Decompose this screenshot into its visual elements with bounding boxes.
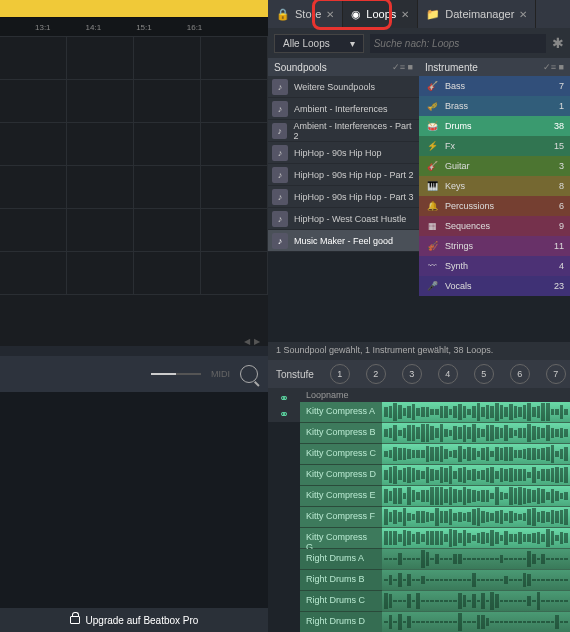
loop-row[interactable]: Kitty Compress D [300,465,570,486]
soundpool-item[interactable]: ♪Ambient - Interferences - Part 2 [268,120,419,142]
tonstufe-row: Tonstufe 1234567 [268,360,570,388]
instrument-item[interactable]: 🎸Guitar3 [419,156,570,176]
instrument-count: 38 [554,121,564,131]
instrument-count: 9 [559,221,564,231]
instrument-item[interactable]: 🔔Percussions6 [419,196,570,216]
instrument-icon: 🎤 [425,279,439,293]
loop-row[interactable]: Kitty Compress C [300,444,570,465]
loop-row[interactable]: Kitty Compress F [300,507,570,528]
tonstufe-level[interactable]: 7 [546,364,566,384]
waveform[interactable] [382,549,570,570]
loop-row[interactable]: Right Drums B [300,570,570,591]
list-options-icon[interactable]: ✓≡ ■ [543,62,564,72]
loop-row[interactable]: Right Drums A [300,549,570,570]
soundpool-item[interactable]: ♪HipHop - 90s Hip Hop - Part 2 [268,164,419,186]
soundpool-thumb: ♪ [272,167,288,183]
tonstufe-level[interactable]: 5 [474,364,494,384]
instrument-item[interactable]: ⚡Fx15 [419,136,570,156]
loop-name: Kitty Compress C [300,444,382,465]
loop-row[interactable]: Right Drums D [300,612,570,632]
instrument-icon: 〰 [425,259,439,273]
close-icon[interactable]: ✕ [519,9,527,20]
tonstufe-level[interactable]: 3 [402,364,422,384]
left-panel: 13:1 14:1 15:1 16:1 ◀▶ MIDI Upgrade auf … [0,0,268,632]
waveform[interactable] [382,612,570,632]
loop-row[interactable]: Right Drums C [300,591,570,612]
instrument-icon: ⚡ [425,139,439,153]
soundpool-item[interactable]: ♪HipHop - 90s Hip Hop [268,142,419,164]
waveform[interactable] [382,591,570,612]
gear-icon[interactable]: ✱ [552,35,564,51]
instrument-count: 11 [554,241,564,251]
instrument-count: 1 [559,101,564,111]
tonstufe-level[interactable]: 4 [438,364,458,384]
loops-filter-dropdown[interactable]: Alle Loops▾ [274,34,364,53]
soundpool-item[interactable]: ♪HipHop - West Coast Hustle [268,208,419,230]
waveform[interactable] [382,486,570,507]
instrument-item[interactable]: 🎤Vocals23 [419,276,570,296]
list-options-icon[interactable]: ✓≡ ■ [392,62,413,72]
search-icon[interactable] [240,365,258,383]
instrument-item[interactable]: 〰Synth4 [419,256,570,276]
loop-row[interactable]: Kitty Compress B [300,423,570,444]
midi-label: MIDI [211,369,230,379]
loop-row[interactable]: Kitty Compress G [300,528,570,549]
tonstufe-level[interactable]: 6 [510,364,530,384]
instrument-icon: 🔔 [425,199,439,213]
soundpool-item[interactable]: ♪HipHop - 90s Hip Hop - Part 3 [268,186,419,208]
tonstufe-level[interactable]: 2 [366,364,386,384]
link-icon[interactable]: ⚭ [279,407,289,421]
status-bar: 1 Soundpool gewählt, 1 Instrument gewähl… [268,342,570,360]
waveform[interactable] [382,402,570,423]
lists-row: Soundpools ✓≡ ■ ♪Weitere Soundpools♪Ambi… [268,58,570,296]
instrument-item[interactable]: 🎹Keys8 [419,176,570,196]
waveform[interactable] [382,570,570,591]
tonstufe-label: Tonstufe [276,369,314,380]
soundpools-header: Soundpools ✓≡ ■ [268,58,419,76]
instrument-item[interactable]: ▦Sequences9 [419,216,570,236]
instrument-item[interactable]: 🥁Drums38 [419,116,570,136]
folder-icon: 📁 [426,8,440,21]
waveform[interactable] [382,528,570,549]
instrument-item[interactable]: 🎸Bass7 [419,76,570,96]
highlight-annotation [312,0,392,30]
zoom-slider[interactable] [151,373,201,375]
instrument-item[interactable]: 🎺Brass1 [419,96,570,116]
soundpool-item[interactable]: ♪Ambient - Interferences [268,98,419,120]
scroll-controls[interactable]: ◀▶ [0,335,268,347]
waveform[interactable] [382,444,570,465]
instrument-count: 7 [559,81,564,91]
loop-name: Kitty Compress B [300,423,382,444]
soundpool-item[interactable]: ♪Weitere Soundpools [268,76,419,98]
loop-name: Kitty Compress G [300,528,382,549]
loop-name: Right Drums B [300,570,382,591]
waveform[interactable] [382,423,570,444]
tab-dateimanager[interactable]: 📁 Dateimanager ✕ [418,0,536,28]
lock-icon [70,616,80,624]
soundpool-thumb: ♪ [272,101,288,117]
instrument-item[interactable]: 🎻Strings11 [419,236,570,256]
instrument-count: 23 [554,281,564,291]
loop-name: Kitty Compress D [300,465,382,486]
instrument-icon: 🎸 [425,159,439,173]
instrument-icon: 🥁 [425,119,439,133]
tonstufe-level[interactable]: 1 [330,364,350,384]
track-grid[interactable] [0,36,268,346]
loop-row[interactable]: Kitty Compress E [300,486,570,507]
timeline-ruler[interactable]: 13:1 14:1 15:1 16:1 [0,18,268,36]
link-icon[interactable]: ⚭ [279,391,289,405]
loop-name: Kitty Compress F [300,507,382,528]
soundpool-item[interactable]: ♪Music Maker - Feel good [268,230,419,252]
loop-row[interactable]: Kitty Compress A [300,402,570,423]
soundpools-list: Soundpools ✓≡ ■ ♪Weitere Soundpools♪Ambi… [268,58,419,296]
waveform[interactable] [382,507,570,528]
timeline-marker: 15:1 [136,23,152,32]
close-icon[interactable]: ✕ [401,9,409,20]
instruments-list: Instrumente ✓≡ ■ 🎸Bass7🎺Brass1🥁Drums38⚡F… [419,58,570,296]
soundpool-thumb: ♪ [272,123,287,139]
instrument-icon: 🎻 [425,239,439,253]
soundpool-thumb: ♪ [272,233,288,249]
upgrade-bar[interactable]: Upgrade auf Beatbox Pro [0,608,268,632]
search-input[interactable] [370,34,546,53]
waveform[interactable] [382,465,570,486]
